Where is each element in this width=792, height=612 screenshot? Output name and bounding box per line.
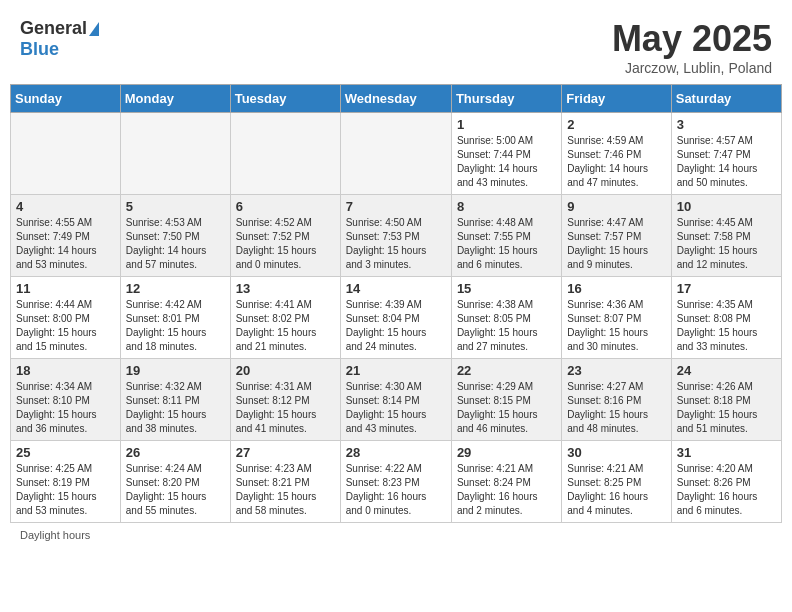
day-info: Sunrise: 4:23 AM Sunset: 8:21 PM Dayligh… [236,462,335,518]
calendar-day-cell: 26Sunrise: 4:24 AM Sunset: 8:20 PM Dayli… [120,441,230,523]
day-info: Sunrise: 4:22 AM Sunset: 8:23 PM Dayligh… [346,462,446,518]
day-info: Sunrise: 4:36 AM Sunset: 8:07 PM Dayligh… [567,298,665,354]
day-number: 7 [346,199,446,214]
day-number: 17 [677,281,776,296]
day-info: Sunrise: 4:38 AM Sunset: 8:05 PM Dayligh… [457,298,556,354]
calendar-day-cell: 23Sunrise: 4:27 AM Sunset: 8:16 PM Dayli… [562,359,671,441]
day-number: 4 [16,199,115,214]
calendar-day-cell: 15Sunrise: 4:38 AM Sunset: 8:05 PM Dayli… [451,277,561,359]
day-info: Sunrise: 4:53 AM Sunset: 7:50 PM Dayligh… [126,216,225,272]
calendar-day-cell: 29Sunrise: 4:21 AM Sunset: 8:24 PM Dayli… [451,441,561,523]
day-number: 10 [677,199,776,214]
calendar-day-cell: 1Sunrise: 5:00 AM Sunset: 7:44 PM Daylig… [451,113,561,195]
calendar-day-cell: 7Sunrise: 4:50 AM Sunset: 7:53 PM Daylig… [340,195,451,277]
day-info: Sunrise: 4:35 AM Sunset: 8:08 PM Dayligh… [677,298,776,354]
calendar-day-header: Sunday [11,85,121,113]
day-number: 11 [16,281,115,296]
day-info: Sunrise: 4:29 AM Sunset: 8:15 PM Dayligh… [457,380,556,436]
day-info: Sunrise: 4:48 AM Sunset: 7:55 PM Dayligh… [457,216,556,272]
calendar-table: SundayMondayTuesdayWednesdayThursdayFrid… [10,84,782,523]
calendar-day-cell: 24Sunrise: 4:26 AM Sunset: 8:18 PM Dayli… [671,359,781,441]
day-info: Sunrise: 4:55 AM Sunset: 7:49 PM Dayligh… [16,216,115,272]
calendar-day-header: Saturday [671,85,781,113]
day-info: Sunrise: 4:32 AM Sunset: 8:11 PM Dayligh… [126,380,225,436]
calendar-day-header: Thursday [451,85,561,113]
page-header: General Blue May 2025 Jarczow, Lublin, P… [10,10,782,80]
location-label: Jarczow, Lublin, Poland [612,60,772,76]
calendar-day-cell: 14Sunrise: 4:39 AM Sunset: 8:04 PM Dayli… [340,277,451,359]
day-info: Sunrise: 4:39 AM Sunset: 8:04 PM Dayligh… [346,298,446,354]
calendar-week-row: 25Sunrise: 4:25 AM Sunset: 8:19 PM Dayli… [11,441,782,523]
daylight-hours-label: Daylight hours [20,529,90,541]
day-info: Sunrise: 4:59 AM Sunset: 7:46 PM Dayligh… [567,134,665,190]
day-info: Sunrise: 4:27 AM Sunset: 8:16 PM Dayligh… [567,380,665,436]
day-info: Sunrise: 4:24 AM Sunset: 8:20 PM Dayligh… [126,462,225,518]
calendar-day-cell: 9Sunrise: 4:47 AM Sunset: 7:57 PM Daylig… [562,195,671,277]
day-number: 26 [126,445,225,460]
day-number: 8 [457,199,556,214]
calendar-day-header: Friday [562,85,671,113]
calendar-day-header: Tuesday [230,85,340,113]
day-number: 27 [236,445,335,460]
day-number: 20 [236,363,335,378]
calendar-week-row: 11Sunrise: 4:44 AM Sunset: 8:00 PM Dayli… [11,277,782,359]
day-info: Sunrise: 4:31 AM Sunset: 8:12 PM Dayligh… [236,380,335,436]
day-info: Sunrise: 4:21 AM Sunset: 8:24 PM Dayligh… [457,462,556,518]
calendar-day-cell: 5Sunrise: 4:53 AM Sunset: 7:50 PM Daylig… [120,195,230,277]
day-number: 21 [346,363,446,378]
day-info: Sunrise: 4:25 AM Sunset: 8:19 PM Dayligh… [16,462,115,518]
calendar-day-header: Monday [120,85,230,113]
month-title: May 2025 [612,18,772,60]
calendar-day-cell: 22Sunrise: 4:29 AM Sunset: 8:15 PM Dayli… [451,359,561,441]
day-info: Sunrise: 4:42 AM Sunset: 8:01 PM Dayligh… [126,298,225,354]
day-info: Sunrise: 4:20 AM Sunset: 8:26 PM Dayligh… [677,462,776,518]
calendar-day-cell: 30Sunrise: 4:21 AM Sunset: 8:25 PM Dayli… [562,441,671,523]
calendar-day-cell: 21Sunrise: 4:30 AM Sunset: 8:14 PM Dayli… [340,359,451,441]
title-area: May 2025 Jarczow, Lublin, Poland [612,18,772,76]
calendar-day-header: Wednesday [340,85,451,113]
calendar-day-cell: 10Sunrise: 4:45 AM Sunset: 7:58 PM Dayli… [671,195,781,277]
calendar-week-row: 18Sunrise: 4:34 AM Sunset: 8:10 PM Dayli… [11,359,782,441]
day-info: Sunrise: 5:00 AM Sunset: 7:44 PM Dayligh… [457,134,556,190]
day-number: 13 [236,281,335,296]
calendar-day-cell: 4Sunrise: 4:55 AM Sunset: 7:49 PM Daylig… [11,195,121,277]
day-info: Sunrise: 4:44 AM Sunset: 8:00 PM Dayligh… [16,298,115,354]
calendar-day-cell: 16Sunrise: 4:36 AM Sunset: 8:07 PM Dayli… [562,277,671,359]
day-number: 3 [677,117,776,132]
day-info: Sunrise: 4:45 AM Sunset: 7:58 PM Dayligh… [677,216,776,272]
calendar-day-cell [340,113,451,195]
day-info: Sunrise: 4:34 AM Sunset: 8:10 PM Dayligh… [16,380,115,436]
day-number: 22 [457,363,556,378]
calendar-day-cell: 2Sunrise: 4:59 AM Sunset: 7:46 PM Daylig… [562,113,671,195]
calendar-day-cell: 3Sunrise: 4:57 AM Sunset: 7:47 PM Daylig… [671,113,781,195]
calendar-day-cell: 25Sunrise: 4:25 AM Sunset: 8:19 PM Dayli… [11,441,121,523]
day-number: 6 [236,199,335,214]
day-number: 16 [567,281,665,296]
calendar-week-row: 4Sunrise: 4:55 AM Sunset: 7:49 PM Daylig… [11,195,782,277]
day-number: 28 [346,445,446,460]
day-number: 12 [126,281,225,296]
day-info: Sunrise: 4:30 AM Sunset: 8:14 PM Dayligh… [346,380,446,436]
day-number: 14 [346,281,446,296]
day-info: Sunrise: 4:52 AM Sunset: 7:52 PM Dayligh… [236,216,335,272]
calendar-day-cell: 31Sunrise: 4:20 AM Sunset: 8:26 PM Dayli… [671,441,781,523]
calendar-day-cell: 11Sunrise: 4:44 AM Sunset: 8:00 PM Dayli… [11,277,121,359]
calendar-day-cell: 20Sunrise: 4:31 AM Sunset: 8:12 PM Dayli… [230,359,340,441]
calendar-day-cell: 27Sunrise: 4:23 AM Sunset: 8:21 PM Dayli… [230,441,340,523]
calendar-day-cell: 13Sunrise: 4:41 AM Sunset: 8:02 PM Dayli… [230,277,340,359]
calendar-day-cell [230,113,340,195]
day-info: Sunrise: 4:57 AM Sunset: 7:47 PM Dayligh… [677,134,776,190]
day-number: 25 [16,445,115,460]
day-info: Sunrise: 4:26 AM Sunset: 8:18 PM Dayligh… [677,380,776,436]
day-number: 18 [16,363,115,378]
calendar-day-cell: 6Sunrise: 4:52 AM Sunset: 7:52 PM Daylig… [230,195,340,277]
calendar-day-cell: 28Sunrise: 4:22 AM Sunset: 8:23 PM Dayli… [340,441,451,523]
day-number: 5 [126,199,225,214]
day-info: Sunrise: 4:41 AM Sunset: 8:02 PM Dayligh… [236,298,335,354]
logo-triangle-icon [89,22,99,36]
day-info: Sunrise: 4:47 AM Sunset: 7:57 PM Dayligh… [567,216,665,272]
footer: Daylight hours [10,529,782,541]
calendar-header-row: SundayMondayTuesdayWednesdayThursdayFrid… [11,85,782,113]
logo-general-text: General [20,18,87,39]
calendar-day-cell: 19Sunrise: 4:32 AM Sunset: 8:11 PM Dayli… [120,359,230,441]
